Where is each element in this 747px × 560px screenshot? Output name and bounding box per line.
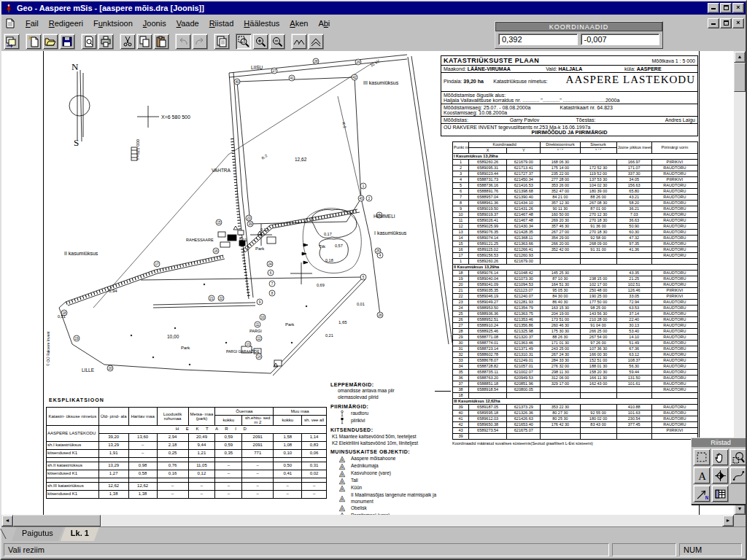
heritage-item: Aednikumaja: [330, 463, 451, 470]
boundary-table-row: 286588925.46621325.98175 30 30266 25 005…: [453, 329, 698, 335]
boundary-table-footnote: Koordinaadid määratud suvalises süsteemi…: [452, 441, 698, 446]
scroll-up-button[interactable]: ▲: [734, 51, 746, 63]
zoom-window-button[interactable]: [236, 34, 252, 50]
zoom-in-button[interactable]: [252, 34, 268, 50]
restore-button[interactable]: [720, 3, 732, 13]
print-button[interactable]: [98, 34, 114, 50]
boundary-table-row: 16589260.26621679.00168 06 30166.97PIIRI…: [453, 160, 698, 166]
view-extents-button[interactable]: [291, 34, 307, 50]
tools-palette-title[interactable]: Riistad: [692, 438, 746, 447]
text-tool[interactable]: [693, 467, 711, 484]
svg-text:14: 14: [257, 355, 261, 359]
menu-aken[interactable]: Aken: [285, 17, 313, 30]
boundary-point-6: 6: [268, 270, 274, 276]
mdi-minimize-button[interactable]: [708, 18, 719, 28]
pan-tool[interactable]: [711, 448, 729, 466]
tab-paigutus[interactable]: Paigutus: [12, 527, 63, 541]
north-arrow-tool[interactable]: [693, 485, 711, 502]
menu-joonis[interactable]: Joonis: [138, 17, 171, 30]
vertical-scroll-thumb[interactable]: [734, 63, 746, 92]
boundary-point-11: 11: [255, 322, 260, 327]
monument-icon: [336, 495, 348, 502]
legend-section-title: MUINSUSKAITSE OBJEKTID:: [330, 448, 451, 455]
minimize-button[interactable]: [708, 3, 719, 13]
cut-button[interactable]: [120, 34, 136, 50]
pages-button[interactable]: [214, 34, 230, 50]
mdi-close-button[interactable]: ×: [732, 18, 744, 28]
horizontal-scroll-thumb[interactable]: [13, 515, 101, 526]
coordinates-panel-title: KOORDINAADID: [495, 22, 662, 31]
menu-riistad[interactable]: Riistad: [204, 17, 239, 30]
explication-row: sh.I katastriüksus13,29–2,189,440,592091…: [47, 441, 327, 449]
boundary-table-row: 186589076.14621048.42145 25 3043.35RAUDT…: [453, 271, 698, 276]
view-previous-button[interactable]: [308, 34, 324, 50]
open-button[interactable]: [42, 34, 58, 50]
mdi-restore-button[interactable]: [720, 18, 732, 28]
undo-button[interactable]: [175, 34, 191, 50]
boundary-table-row: 266588952.51621353.46173 51 00210 28 002…: [453, 317, 698, 323]
boundary-point-43: 43: [358, 195, 364, 201]
print-preview-button[interactable]: [81, 34, 97, 50]
svg-text:20: 20: [108, 367, 112, 370]
menu-fail[interactable]: Fail: [20, 17, 44, 30]
document-icon[interactable]: [4, 18, 16, 28]
scroll-right-button[interactable]: ►: [722, 515, 734, 526]
plan-header-block: KATASTRIÜKSUSTE PLAANMõõtkava 1 : 5 000 …: [441, 55, 698, 136]
boundary-table-row: 36589023.44621727.37235 22 00119 52 0033…: [453, 171, 698, 177]
boundary-table-row: 196589040.04621073.3087 10 30238 15 0021…: [453, 276, 698, 282]
table-tool[interactable]: [711, 485, 729, 502]
curve-tool[interactable]: [729, 467, 746, 484]
boundary-section-title: I Kasumiüksus 13,29ha: [453, 154, 698, 160]
boundary-table-row: 46588731.73621450.34277 28 00137 53 3034…: [453, 177, 698, 183]
tools-palette: Riistad: [691, 438, 746, 505]
menu-vaade[interactable]: Vaade: [171, 17, 204, 30]
paste-button[interactable]: [153, 34, 169, 50]
map-label: K-2: [260, 153, 268, 160]
boundary-table-row: 306588774.01621363.46171 01 3097 26 0051…: [453, 341, 698, 346]
boundary-point-24: 24: [267, 261, 273, 267]
project-layers-button[interactable]: [4, 34, 20, 50]
boundary-table-row: 236589049.27621281.9386 40 30177 50 0072…: [453, 300, 698, 306]
new-button[interactable]: [26, 34, 42, 50]
map-label: III kasumiüksus: [363, 80, 399, 85]
boundary-table-row: 276588910.24621356.86260 46 3091 04 0030…: [453, 323, 698, 329]
map-label: LIISU: [251, 65, 263, 70]
scroll-down-button[interactable]: ▼: [734, 503, 746, 515]
select-tool[interactable]: [693, 448, 711, 466]
zoom-out-button[interactable]: [269, 34, 285, 50]
copy-button[interactable]: [136, 34, 152, 50]
boundary-table-row: 296588771.08621320.3788 26 30267 54 0014…: [453, 335, 698, 341]
close-button[interactable]: ×: [732, 3, 744, 13]
menu-funktsioon[interactable]: Funktsioon: [88, 17, 138, 30]
explication-row: kitsendused K11,381,38––––––: [47, 490, 327, 498]
save-button[interactable]: [59, 34, 75, 50]
heritage-item: Kasvuhoone (vare): [330, 470, 451, 478]
redo-button[interactable]: [192, 34, 208, 50]
zoom-tool[interactable]: [729, 448, 746, 466]
scroll-left-button[interactable]: ◄: [1, 515, 13, 526]
boundary-table: Punkt nr.KoordinaadidDirektsiooninurkSis…: [452, 141, 698, 440]
boundary-point-19: 19: [74, 335, 80, 341]
map-label: II kasumiüksus: [64, 251, 98, 256]
cadastral-plan-page[interactable]: 4041424339123456789101112131415161718192…: [43, 51, 700, 516]
app-window: Geo - Aaspere mSis - [aaspere mõis.dra […: [0, 0, 747, 560]
svg-text:13: 13: [246, 343, 250, 346]
horizontal-scrollbar[interactable]: ◄ ►: [1, 515, 734, 526]
coordinate-x-field: 0,392: [498, 34, 578, 45]
coordinate-y-field: -0,007: [581, 34, 660, 45]
boundary-point-9: 9: [257, 299, 263, 305]
menu-abi[interactable]: Abi: [313, 17, 335, 30]
restriction-item: K2 Elektriliini kaitsevöönd 10m, liinite…: [330, 440, 451, 447]
boundary-point-8: 8: [269, 290, 275, 296]
point-symbol-tool[interactable]: [711, 467, 729, 484]
boundary-point-39: 39: [247, 221, 253, 227]
legend-section-title: LEPPEMÄRGID:: [330, 381, 451, 388]
boundary-table-row: 136589076.35621428.35267 27 00270 18 306…: [453, 230, 698, 236]
tab-lk-1[interactable]: Lk. 1: [61, 527, 99, 541]
menu-redigeeri[interactable]: Redigeeri: [44, 17, 88, 30]
boundary-point-22: 22: [218, 295, 224, 301]
svg-text:29: 29: [356, 61, 360, 64]
menu-häälestus[interactable]: Häälestus: [239, 17, 285, 30]
status-message: Vali reziim: [4, 543, 609, 556]
svg-text:15: 15: [217, 221, 221, 225]
